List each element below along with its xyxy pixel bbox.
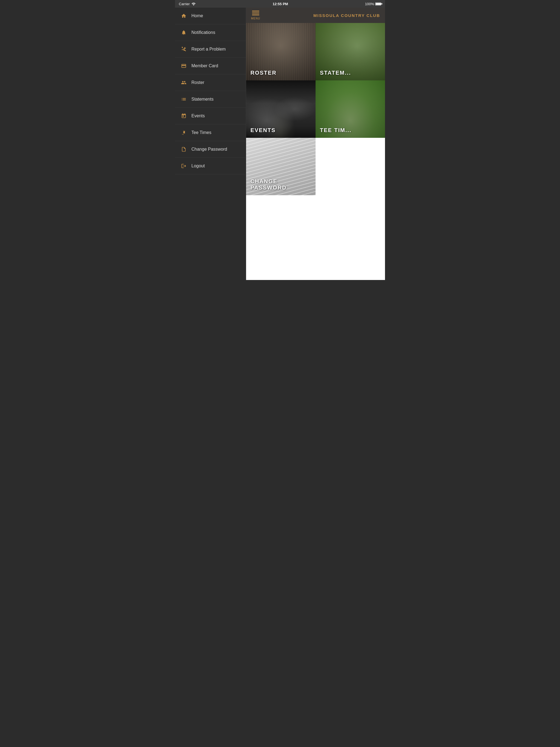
- tile-teetimes-label: TEE TIM...: [320, 127, 352, 133]
- grid-empty-cell: [315, 138, 385, 195]
- sidebar-label-statements: Statements: [192, 97, 213, 102]
- sidebar-item-roster[interactable]: Roster: [175, 74, 246, 91]
- sidebar-label-change-password: Change Password: [192, 147, 227, 152]
- home-icon: [180, 12, 187, 19]
- sidebar-item-report-problem[interactable]: Report a Problem: [175, 41, 246, 58]
- sidebar-item-logout[interactable]: Logout: [175, 158, 246, 175]
- sidebar-item-home[interactable]: Home: [175, 8, 246, 24]
- sidebar-item-notifications[interactable]: Notifications: [175, 24, 246, 41]
- menu-bar-2: [252, 12, 259, 14]
- logout-icon: [180, 163, 187, 169]
- main-content: MENU MISSOULA COUNTRY CLUB ROSTER STATEM…: [246, 8, 385, 280]
- bell-icon: [180, 29, 187, 36]
- sidebar-item-tee-times[interactable]: Tee Times: [175, 124, 246, 141]
- tile-roster[interactable]: ROSTER: [246, 23, 315, 80]
- menu-label: MENU: [251, 17, 260, 20]
- tile-changepassword[interactable]: CHANGE PASSWORD: [246, 138, 315, 195]
- status-left: Carrier: [179, 2, 196, 6]
- sidebar-label-member-card: Member Card: [192, 63, 218, 68]
- document-icon: [180, 146, 187, 153]
- sidebar-item-member-card[interactable]: Member Card: [175, 58, 246, 74]
- sidebar-label-logout: Logout: [192, 163, 205, 169]
- carrier-label: Carrier: [179, 2, 190, 6]
- battery-percentage: 100%: [365, 2, 374, 6]
- sidebar-label-report-problem: Report a Problem: [192, 47, 226, 52]
- wifi-icon: [192, 2, 196, 5]
- card-icon: [180, 62, 187, 69]
- battery-icon: [375, 2, 381, 5]
- sidebar-label-notifications: Notifications: [192, 30, 215, 35]
- sidebar-item-change-password[interactable]: Change Password: [175, 141, 246, 158]
- status-time: 12:55 PM: [273, 2, 288, 6]
- wrench-icon: [180, 46, 187, 52]
- app-container: Home Notifications Report a Problem: [175, 8, 385, 280]
- menu-bar-3: [252, 15, 259, 15]
- golf-icon: [180, 129, 187, 136]
- tile-statement-label: STATEM...: [320, 70, 351, 76]
- tile-teetimes[interactable]: TEE TIM...: [315, 80, 385, 138]
- sidebar-item-events[interactable]: Events: [175, 108, 246, 124]
- sidebar-label-home: Home: [192, 14, 203, 18]
- sidebar-label-roster: Roster: [192, 80, 204, 85]
- tile-events[interactable]: EVENTS: [246, 80, 315, 138]
- header-title: MISSOULA COUNTRY CLUB: [313, 13, 380, 18]
- people-icon: [180, 79, 187, 86]
- tile-roster-label: ROSTER: [251, 70, 276, 76]
- sidebar: Home Notifications Report a Problem: [175, 8, 246, 280]
- tile-events-label: EVENTS: [251, 127, 276, 133]
- sidebar-label-tee-times: Tee Times: [192, 130, 211, 135]
- calendar-icon: [180, 113, 187, 119]
- list-icon: [180, 96, 187, 103]
- sidebar-item-statements[interactable]: Statements: [175, 91, 246, 108]
- sidebar-label-events: Events: [192, 113, 205, 119]
- tile-changepassword-label: CHANGE PASSWORD: [251, 178, 315, 191]
- status-bar: Carrier 12:55 PM 100%: [175, 0, 385, 8]
- tile-statement[interactable]: STATEM...: [315, 23, 385, 80]
- grid-content: ROSTER STATEM... EVENTS TEE TIM...: [246, 23, 385, 280]
- menu-bar-1: [252, 11, 259, 11]
- menu-button[interactable]: MENU: [251, 11, 260, 20]
- status-right: 100%: [365, 2, 381, 6]
- header: MENU MISSOULA COUNTRY CLUB: [246, 8, 385, 23]
